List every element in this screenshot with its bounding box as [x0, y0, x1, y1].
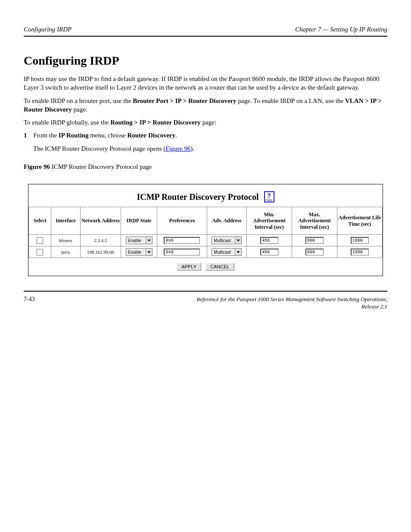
preferences-input[interactable]	[164, 237, 200, 244]
col-interface: Interface	[51, 207, 80, 235]
min-interval-input[interactable]	[260, 249, 278, 255]
cancel-button[interactable]: CANCEL	[206, 263, 234, 271]
adv-address-select[interactable]: Multicast	[212, 236, 242, 244]
button-row: APPLY CANCEL	[28, 258, 383, 276]
table-row: jerry 198.162.99.60 Enable Multicast	[29, 246, 383, 258]
col-select: Select	[29, 207, 51, 235]
cell-network: 2.3.4.5	[80, 235, 121, 246]
chevron-down-icon	[235, 237, 241, 244]
text: page.	[72, 106, 87, 113]
select-value: Multicast	[212, 250, 235, 255]
row-select-checkbox[interactable]	[37, 249, 43, 255]
step-number: 1	[24, 132, 27, 139]
col-irdp-state: IRDP State	[121, 207, 157, 235]
page-number: 7-43	[24, 296, 35, 303]
irdp-table: Select Interface Network Address IRDP St…	[28, 207, 383, 258]
irdp-state-select[interactable]: Enable	[126, 236, 153, 244]
life-time-input[interactable]	[351, 237, 369, 244]
footer-rule	[24, 291, 387, 292]
chevron-down-icon	[146, 237, 152, 244]
section-title: Configuring IRDP	[24, 54, 387, 68]
col-life-time: Advertisement Life Time (sec)	[337, 207, 382, 235]
max-interval-input[interactable]	[305, 237, 324, 244]
cell-interface: hforew	[51, 235, 80, 246]
book-title: Reference for the Passport 1000 Series M…	[197, 296, 387, 311]
panel-title: ICMP Router Discovery Protocol	[137, 192, 258, 202]
select-value: Enable	[126, 238, 146, 243]
text: .	[175, 132, 177, 139]
preferences-input[interactable]	[164, 249, 200, 255]
select-value: Enable	[126, 250, 146, 255]
text: .	[193, 145, 194, 152]
help-label: Help	[265, 198, 272, 202]
path-3: Routing > IP > Router Discovery	[110, 119, 201, 126]
irdp-state-select[interactable]: Enable	[126, 248, 153, 256]
figure-title: ICMP Router Discovery Protocol page	[52, 163, 152, 170]
col-adv-address: Adv. Address	[207, 207, 246, 235]
cell-interface: jerry	[51, 246, 80, 258]
text: page. To enable IRDP on a LAN, use the	[237, 97, 345, 104]
text: menu, choose	[88, 132, 127, 139]
chevron-down-icon	[146, 249, 152, 255]
intro-paragraph: IP hosts may use the IRDP to find a defa…	[24, 75, 387, 92]
top-rule	[24, 36, 387, 37]
table-row: hforew 2.3.4.5 Enable Multicast	[29, 235, 383, 246]
figure-label: Figure 96	[24, 163, 52, 170]
irdp-screenshot: ICMP Router Discovery Protocol ? Help Se…	[28, 184, 383, 276]
header-left: Configuring IRDP	[24, 26, 72, 33]
col-max-interval: Max. Advertisement Interval (sec)	[292, 207, 337, 235]
text: To enable IRDP on a brouter port, use th…	[24, 97, 133, 104]
col-network-address: Network Address	[80, 207, 121, 235]
path-paragraph: To enable IRDP on a brouter port, use th…	[24, 96, 387, 114]
text: From the	[34, 132, 59, 139]
row-select-checkbox[interactable]	[37, 237, 43, 244]
header-right: Chapter 7 — Setting Up IP Routing	[295, 26, 387, 33]
step-1-result: The ICMP Router Discovery Protocol page …	[33, 144, 387, 153]
max-interval-input[interactable]	[305, 249, 324, 255]
figure-link[interactable]: (Figure 96)	[163, 145, 193, 152]
apply-button[interactable]: APPLY	[177, 263, 201, 271]
book-line-1: Reference for the Passport 1000 Series M…	[197, 296, 387, 302]
step-1: 1 From the IP Routing menu, choose Route…	[33, 131, 387, 140]
book-line-2: Release 2.1	[361, 303, 387, 310]
col-min-interval: Min. Advertisement Interval (sec)	[247, 207, 292, 235]
global-paragraph: To enable IRDP globally, use the Routing…	[24, 118, 387, 127]
col-preferences: Preferences	[157, 207, 207, 235]
help-icon[interactable]: ? Help	[264, 191, 274, 202]
menu-1: IP Routing	[59, 132, 89, 139]
path-1: Brouter Port > IP > Router Discovery	[133, 97, 236, 104]
menu-2: Router Discovery	[127, 132, 175, 139]
text: To enable IRDP globally, use the	[24, 119, 110, 126]
adv-address-select[interactable]: Multicast	[212, 248, 242, 256]
cell-network: 198.162.99.60	[80, 246, 121, 258]
text: page:	[201, 119, 216, 126]
life-time-input[interactable]	[351, 249, 369, 255]
min-interval-input[interactable]	[260, 237, 278, 244]
figure-caption: Figure 96 ICMP Router Discovery Protocol…	[24, 162, 387, 171]
chevron-down-icon	[235, 249, 241, 255]
text: The ICMP Router Discovery Protocol page …	[33, 145, 163, 152]
select-value: Multicast	[212, 238, 235, 243]
